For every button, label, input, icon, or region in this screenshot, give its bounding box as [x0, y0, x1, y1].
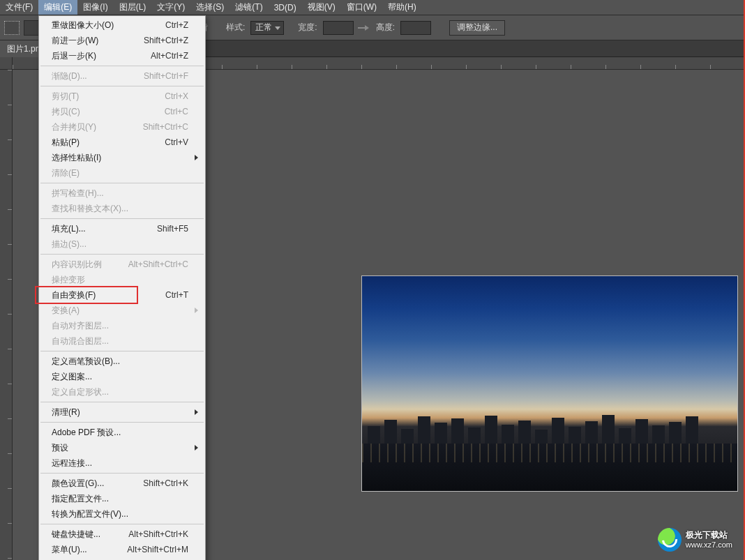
menu-item[interactable]: 预设 [39, 440, 205, 455]
menu-item-label: 预设 [52, 442, 188, 454]
menu-item-label: 指定配置文件... [52, 493, 188, 505]
menu-item-label: 远程连接... [52, 457, 188, 469]
menu-item-label: 变换(A) [52, 305, 188, 317]
menu-item-shortcut: Shift+F5 [157, 224, 188, 234]
document-image [361, 275, 738, 492]
width-input[interactable] [323, 21, 354, 35]
menu-item[interactable]: 粘贴(P)Ctrl+V [39, 135, 205, 150]
menu-item[interactable]: 自由变换(F)Ctrl+T [39, 287, 205, 303]
menubar-item[interactable]: 文件(F) [0, 0, 38, 15]
width-label: 宽度: [298, 22, 317, 33]
menu-item: 剪切(T)Ctrl+X [39, 89, 205, 104]
menu-item-label: 剪切(T) [52, 91, 156, 103]
menu-bar: 文件(F)编辑(E)图像(I)图层(L)文字(Y)选择(S)滤镜(T)3D(D)… [0, 0, 745, 15]
menu-item[interactable]: 远程连接... [39, 455, 205, 471]
menu-item-label: 描边(S)... [52, 239, 188, 250]
menu-item[interactable]: 指定配置文件... [39, 491, 205, 506]
swap-dims-icon[interactable] [358, 23, 368, 33]
menubar-item[interactable]: 图层(L) [114, 0, 152, 15]
menu-item: 定义自定形状... [39, 384, 205, 400]
menu-item-label: 颜色设置(G)... [52, 478, 135, 490]
menu-separator [40, 66, 204, 66]
menu-separator [40, 524, 204, 524]
menu-separator [40, 86, 204, 86]
menu-item[interactable]: 定义画笔预设(B)... [39, 354, 205, 369]
menu-item-label: 定义画笔预设(B)... [52, 356, 188, 368]
menu-item[interactable]: 定义图案... [39, 369, 205, 384]
menubar-item[interactable]: 视图(V) [302, 0, 341, 15]
menu-item-shortcut: Ctrl+C [165, 107, 188, 116]
marquee-tool-swatch[interactable] [4, 21, 20, 35]
menu-item[interactable]: 重做图像大小(O)Ctrl+Z [39, 17, 205, 33]
menu-separator [40, 218, 204, 219]
menu-item: 清除(E) [39, 165, 205, 181]
menu-item: 描边(S)... [39, 236, 205, 252]
menu-item-label: 定义图案... [52, 371, 188, 383]
menu-item-label: 拷贝(C) [52, 106, 156, 118]
menu-item-shortcut: Ctrl+T [165, 290, 188, 300]
menu-item-label: 重做图像大小(O) [52, 20, 157, 31]
menu-item: 变换(A) [39, 303, 205, 318]
menu-item-label: 清理(R) [52, 407, 188, 418]
menu-item-label: Adobe PDF 预设... [52, 427, 188, 439]
refine-edge-button[interactable]: 调整边缘... [449, 20, 505, 36]
watermark-line2: www.xz7.com [686, 540, 732, 550]
menu-separator [40, 254, 204, 255]
menubar-item[interactable]: 图像(I) [77, 0, 113, 15]
menubar-item[interactable]: 窗口(W) [341, 0, 382, 15]
menu-item-label: 自动混合图层... [52, 335, 188, 347]
menu-item: 操控变形 [39, 272, 205, 287]
menu-item[interactable]: 键盘快捷键...Alt+Shift+Ctrl+K [39, 527, 205, 542]
style-select[interactable]: 正常 [250, 21, 284, 35]
menu-item-label: 合并拷贝(Y) [52, 121, 135, 133]
menu-item-shortcut: Ctrl+V [165, 137, 188, 147]
menubar-item[interactable]: 编辑(E) [38, 0, 77, 15]
menu-item: 内容识别比例Alt+Shift+Ctrl+C [39, 257, 205, 272]
menu-item-label: 粘贴(P) [52, 137, 156, 149]
submenu-arrow-icon [195, 308, 198, 313]
menubar-item[interactable]: 选择(S) [190, 0, 229, 15]
menu-item-shortcut: Alt+Shift+Ctrl+M [127, 545, 188, 554]
menu-item[interactable]: 后退一步(K)Alt+Ctrl+Z [39, 48, 205, 63]
menu-item-label: 菜单(U)... [52, 544, 119, 556]
menubar-item[interactable]: 滤镜(T) [229, 0, 268, 15]
menu-item: 拷贝(C)Ctrl+C [39, 104, 205, 119]
menu-item-label: 转换为配置文件(V)... [52, 508, 188, 520]
menu-item[interactable]: 首选项(N) [39, 557, 205, 560]
ruler-vertical[interactable] [0, 70, 13, 560]
menu-separator [40, 473, 204, 474]
height-input[interactable] [400, 21, 431, 35]
menu-item-shortcut: Shift+Ctrl+Z [144, 36, 188, 45]
menu-item-label: 渐隐(D)... [52, 70, 135, 82]
menu-item: 自动对齐图层... [39, 318, 205, 333]
menu-item-label: 操控变形 [52, 274, 188, 286]
menu-separator [40, 183, 204, 183]
menu-item-label: 清除(E) [52, 167, 188, 179]
menu-separator [40, 351, 204, 351]
menu-item[interactable]: 菜单(U)...Alt+Shift+Ctrl+M [39, 542, 205, 557]
menu-item[interactable]: 选择性粘贴(I) [39, 150, 205, 165]
menu-item-label: 查找和替换文本(X)... [52, 203, 188, 215]
menubar-item[interactable]: 3D(D) [269, 0, 302, 15]
menu-item-shortcut: Shift+Ctrl+F [144, 71, 188, 81]
submenu-arrow-icon [195, 409, 198, 415]
menu-separator [40, 402, 204, 402]
menu-item[interactable]: 填充(L)...Shift+F5 [39, 221, 205, 236]
menu-item-shortcut: Alt+Ctrl+Z [151, 51, 188, 61]
menu-item[interactable]: 清理(R) [39, 404, 205, 420]
menu-item[interactable]: 前进一步(W)Shift+Ctrl+Z [39, 33, 205, 48]
watermark-line1: 极光下载站 [686, 530, 732, 540]
menubar-item[interactable]: 文字(Y) [151, 0, 190, 15]
height-label: 高度: [376, 22, 395, 33]
menubar-item[interactable]: 帮助(H) [382, 0, 422, 15]
menu-item[interactable]: 转换为配置文件(V)... [39, 506, 205, 522]
menu-item-shortcut: Shift+Ctrl+C [143, 122, 188, 132]
submenu-arrow-icon [195, 155, 198, 160]
menu-item[interactable]: 颜色设置(G)...Shift+Ctrl+K [39, 476, 205, 491]
menu-item-label: 自动对齐图层... [52, 320, 188, 332]
ruler-origin[interactable] [0, 57, 13, 70]
menu-item-shortcut: Shift+Ctrl+K [143, 478, 188, 488]
menu-item-shortcut: Alt+Shift+Ctrl+C [128, 259, 188, 269]
menu-item[interactable]: Adobe PDF 预设... [39, 425, 205, 440]
tool-preset-swatch[interactable] [24, 20, 39, 36]
